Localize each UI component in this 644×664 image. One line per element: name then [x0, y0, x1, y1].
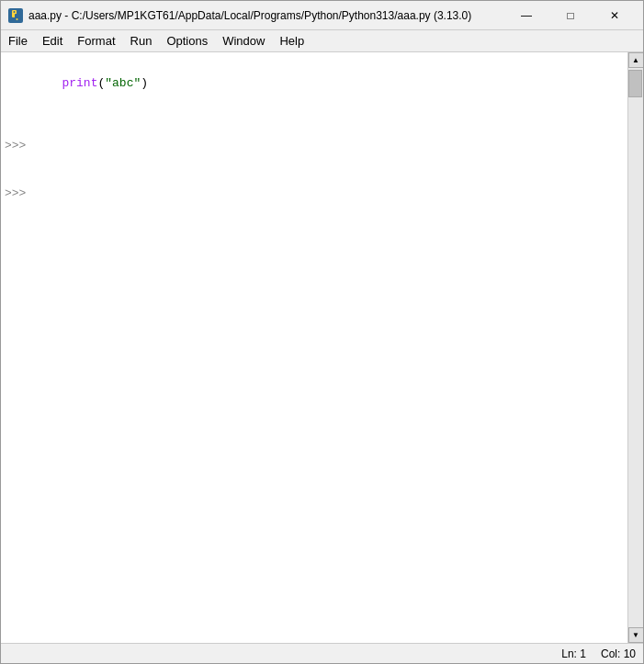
- shell-area: >>> >>>: [5, 137, 624, 203]
- status-line: Ln: 1: [561, 647, 586, 660]
- svg-point-3: [14, 11, 16, 13]
- shell-prompt-1: >>>: [5, 137, 624, 155]
- menu-item-options[interactable]: Options: [159, 30, 215, 51]
- window-controls: — □ ✕: [505, 1, 636, 30]
- code-line-1: print("abc"): [5, 56, 624, 111]
- shell-prompt-2: >>>: [5, 185, 624, 203]
- menu-item-run[interactable]: Run: [123, 30, 160, 51]
- keyword-print: print: [62, 76, 97, 90]
- maximize-button[interactable]: □: [549, 1, 592, 30]
- scroll-down-button[interactable]: ▼: [628, 627, 644, 643]
- minimize-button[interactable]: —: [505, 1, 548, 30]
- main-window: aaa.py - C:/Users/MP1KGT61/AppData/Local…: [0, 0, 644, 664]
- svg-point-4: [17, 18, 18, 20]
- scrollbar-vertical[interactable]: ▲ ▼: [627, 52, 643, 643]
- status-col: Col: 10: [601, 647, 636, 660]
- title-bar: aaa.py - C:/Users/MP1KGT61/AppData/Local…: [1, 1, 643, 30]
- shell-prompt-2-wrapper: >>>: [5, 185, 624, 203]
- editor-content[interactable]: print("abc") >>> >>>: [1, 52, 627, 643]
- app-icon: [8, 8, 23, 23]
- menu-item-help[interactable]: Help: [272, 30, 311, 51]
- paren-close: ): [141, 76, 148, 90]
- scroll-up-button[interactable]: ▲: [628, 52, 644, 68]
- menu-item-file[interactable]: File: [1, 30, 35, 51]
- close-button[interactable]: ✕: [593, 1, 636, 30]
- prompt-symbol-1: >>>: [5, 139, 26, 152]
- menu-item-window[interactable]: Window: [215, 30, 272, 51]
- status-bar: Ln: 1 Col: 10: [1, 643, 643, 663]
- string-abc: "abc": [105, 76, 141, 90]
- prompt-symbol-2: >>>: [5, 186, 26, 200]
- window-title: aaa.py - C:/Users/MP1KGT61/AppData/Local…: [28, 9, 505, 22]
- menu-item-edit[interactable]: Edit: [35, 30, 70, 51]
- editor-area: print("abc") >>> >>> ▲ ▼: [1, 52, 643, 643]
- menu-item-format[interactable]: Format: [70, 30, 122, 51]
- menu-bar: File Edit Format Run Options Window Help: [1, 30, 643, 52]
- scrollbar-thumb[interactable]: [628, 70, 642, 97]
- scrollbar-track[interactable]: [628, 68, 643, 627]
